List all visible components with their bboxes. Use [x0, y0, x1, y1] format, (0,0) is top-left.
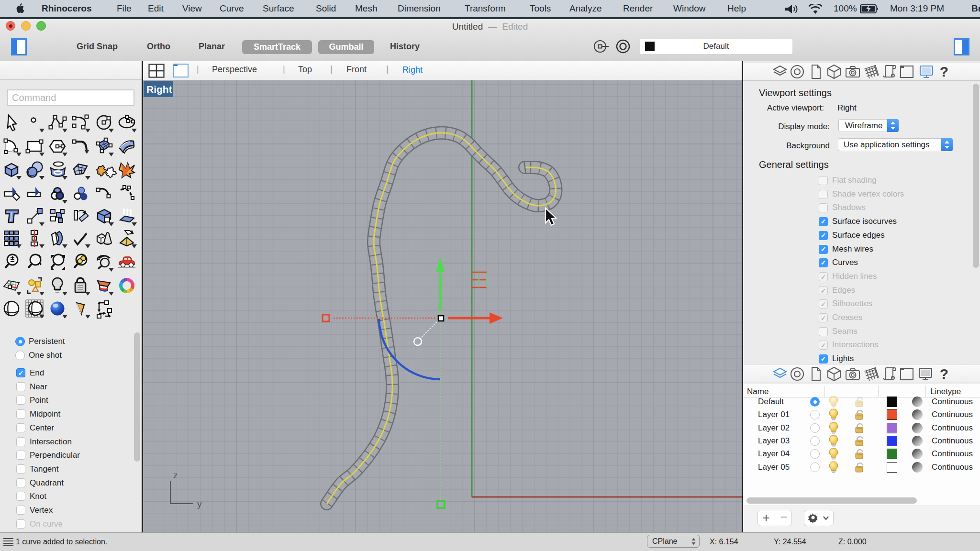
svg-text:y: y [197, 499, 202, 509]
svg-text:?: ? [940, 64, 948, 79]
svg-text:Right: Right [146, 84, 172, 95]
svg-text:z: z [173, 470, 178, 480]
svg-text:?: ? [940, 366, 948, 382]
